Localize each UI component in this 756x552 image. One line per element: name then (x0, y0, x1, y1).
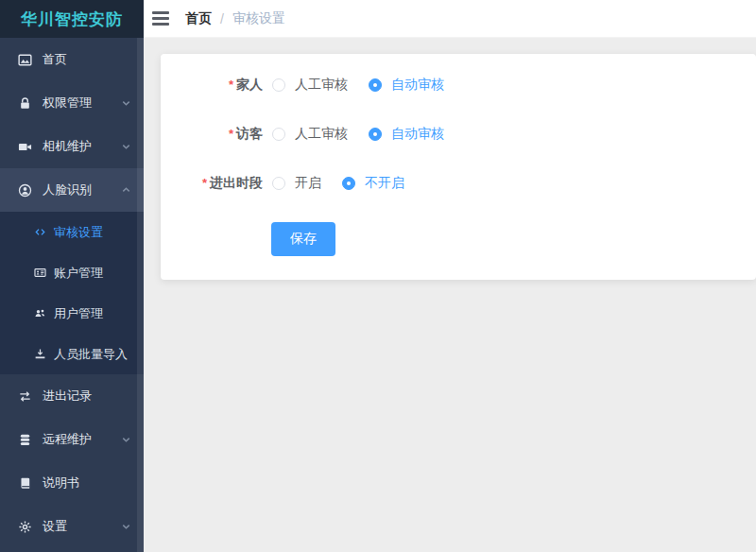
manual-book-icon (18, 476, 32, 491)
radio-manual-review[interactable]: 人工审核 (272, 126, 348, 143)
sidebar-item-home[interactable]: 首页 (0, 38, 144, 81)
radio-manual-review[interactable]: 人工审核 (272, 77, 348, 94)
submenu-item-user-management[interactable]: 用户管理 (0, 293, 144, 334)
sidebar-item-permissions[interactable]: 权限管理 (0, 81, 144, 125)
sidebar-item-label: 权限管理 (43, 95, 92, 112)
lock-icon (18, 96, 32, 111)
breadcrumb-current: 审核设置 (232, 10, 285, 27)
button-row: 保存 (271, 222, 756, 256)
audit-settings-card: *家人 人工审核 自动审核 *访客 (161, 54, 756, 280)
batch-import-icon (34, 348, 46, 360)
face-recognition-icon (18, 183, 32, 198)
required-marker: * (229, 78, 233, 92)
radio-enable[interactable]: 开启 (272, 175, 321, 192)
form-row-inout-period: *进出时段 开启 不开启 (161, 173, 756, 194)
submenu-item-label: 审核设置 (54, 224, 103, 241)
topbar: 首页 / 审核设置 (144, 0, 756, 38)
hamburger-menu-icon[interactable] (152, 11, 169, 26)
home-image-icon (18, 53, 32, 67)
submenu-item-label: 账户管理 (54, 265, 103, 282)
face-recognition-submenu: 审核设置 账户管理 用户管理 (0, 212, 144, 374)
sidebar-item-label: 远程维护 (43, 431, 92, 448)
users-icon (34, 307, 46, 319)
sidebar-item-label: 设置 (43, 518, 67, 535)
breadcrumb-separator: / (220, 11, 224, 26)
sidebar-item-face-recognition[interactable]: 人脸识别 (0, 168, 144, 212)
submenu-item-audit-settings[interactable]: 审核设置 (0, 212, 144, 252)
settings-gear-icon (18, 520, 32, 534)
sidebar-item-label: 进出记录 (43, 388, 92, 405)
submenu-item-batch-import[interactable]: 人员批量导入 (0, 334, 144, 374)
breadcrumb-home[interactable]: 首页 (185, 10, 212, 27)
sidebar-item-label: 相机维护 (43, 138, 92, 155)
sidebar: 华川智控安防 首页 权限管理 (0, 0, 144, 552)
sidebar-item-label: 首页 (43, 51, 67, 68)
content-area: *家人 人工审核 自动审核 *访客 (144, 38, 756, 552)
remote-db-icon (18, 433, 32, 447)
sidebar-item-manual[interactable]: 说明书 (0, 461, 144, 505)
chevron-up-icon (121, 185, 131, 196)
sidebar-item-remote-maintenance[interactable]: 远程维护 (0, 418, 144, 461)
chevron-down-icon (121, 522, 131, 532)
account-card-icon (34, 267, 46, 279)
sidebar-item-camera[interactable]: 相机维护 (0, 125, 144, 168)
sidebar-item-label: 说明书 (43, 474, 79, 492)
radio-auto-review[interactable]: 自动审核 (369, 126, 444, 143)
camera-icon (18, 140, 32, 154)
radio-group-inout-period: 开启 不开启 (272, 175, 404, 192)
chevron-down-icon (121, 142, 131, 152)
sidebar-item-inout-records[interactable]: 进出记录 (0, 374, 144, 418)
app-title: 华川智控安防 (21, 9, 123, 30)
save-button[interactable]: 保存 (271, 222, 335, 256)
audit-settings-icon (34, 226, 46, 238)
radio-circle-checked-icon[interactable] (342, 177, 355, 190)
app-logo: 华川智控安防 (0, 0, 144, 38)
form-row-family: *家人 人工审核 自动审核 (161, 75, 756, 95)
sidebar-item-settings[interactable]: 设置 (0, 505, 144, 548)
breadcrumb: 首页 / 审核设置 (185, 10, 285, 27)
form-label: *访客 (161, 126, 263, 143)
radio-circle-icon[interactable] (272, 177, 285, 190)
submenu-item-account-management[interactable]: 账户管理 (0, 252, 144, 293)
form-label: *进出时段 (161, 175, 263, 192)
chevron-down-icon (121, 98, 131, 109)
inout-swap-icon (18, 389, 32, 404)
main-area: 首页 / 审核设置 *家人 人工审核 自动审 (144, 0, 756, 552)
sidebar-item-label: 人脸识别 (43, 181, 92, 198)
form-row-visitor: *访客 人工审核 自动审核 (161, 124, 756, 145)
chevron-down-icon (121, 435, 131, 445)
radio-circle-icon[interactable] (272, 78, 285, 92)
submenu-item-label: 用户管理 (54, 305, 103, 322)
form-label: *家人 (161, 77, 263, 94)
app-window: 华川智控安防 首页 权限管理 (0, 0, 756, 552)
radio-auto-review[interactable]: 自动审核 (369, 77, 444, 94)
radio-disable[interactable]: 不开启 (342, 175, 404, 192)
radio-circle-icon[interactable] (272, 128, 285, 141)
sidebar-menu: 首页 权限管理 相机维护 (0, 38, 144, 548)
radio-circle-checked-icon[interactable] (369, 78, 382, 92)
sidebar-scrollbar[interactable] (137, 38, 144, 552)
required-marker: * (229, 127, 233, 141)
radio-group-family: 人工审核 自动审核 (272, 77, 444, 94)
submenu-item-label: 人员批量导入 (54, 346, 128, 363)
required-marker: * (202, 176, 207, 190)
radio-group-visitor: 人工审核 自动审核 (272, 126, 444, 143)
radio-circle-checked-icon[interactable] (369, 128, 382, 141)
